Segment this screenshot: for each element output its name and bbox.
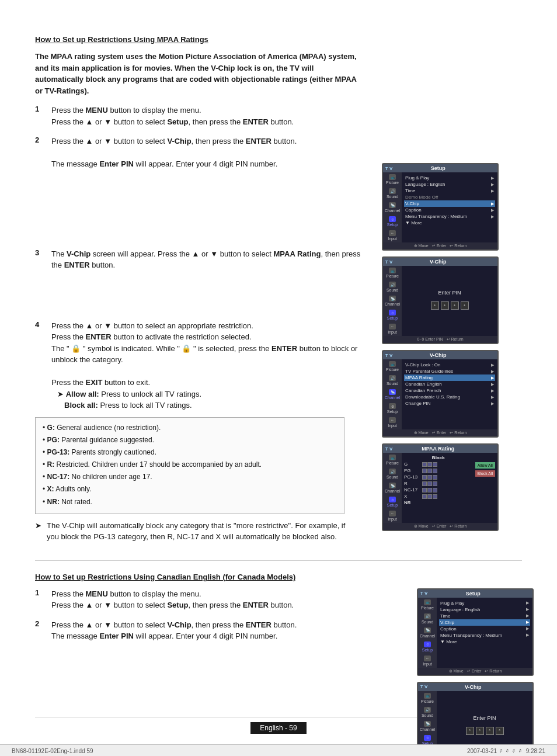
tv-title-bar-pin-2: T V V-Chip bbox=[418, 683, 532, 691]
page-container: How to Set up Restrictions Using MPAA Ra… bbox=[0, 0, 557, 756]
s2-step1-enter: ENTER bbox=[243, 601, 269, 609]
tv-content-setup: Plug & Play▶ Language : English▶ Time▶ D… bbox=[402, 172, 497, 242]
step-1-bold-enter: ENTER bbox=[243, 117, 269, 126]
tv-title-bar-pin: T V V-Chip bbox=[383, 258, 497, 266]
note-paragraph: The V-Chip will automatically block any … bbox=[35, 520, 353, 543]
pin-box-2-1: * bbox=[466, 727, 474, 735]
pin-box-2: * bbox=[441, 301, 449, 310]
tv-menu-title-vchip: V-Chip bbox=[430, 352, 447, 358]
step-4: 4 Press the ▲ or ▼ button to select an a… bbox=[35, 320, 362, 411]
section2-step-1: 1 Press the MENU button to display the m… bbox=[35, 588, 362, 611]
sidebar-picture-s2: 📺 Picture bbox=[419, 599, 436, 610]
tv-screen-vchip-menu: T V V-Chip 📺 Picture 🔊 Sound bbox=[382, 350, 499, 438]
sidebar-sound-2: 🔊 Sound bbox=[384, 282, 401, 292]
pin-box-1: * bbox=[431, 301, 439, 310]
tv-screen-mpaa: T V MPAA Rating 📺 Picture 🔊 Sound bbox=[382, 443, 499, 531]
tv-title-bar-vchip: T V V-Chip bbox=[383, 351, 497, 359]
block-pg-1 bbox=[422, 469, 427, 473]
sidebar-picture-2: 📺 Picture bbox=[384, 268, 401, 278]
picture-icon-3: 📺 bbox=[389, 361, 396, 367]
block-nc17-2 bbox=[427, 488, 432, 493]
tv-footer-mpaa: ⊕ Move ↵ Enter ↩ Return bbox=[383, 523, 497, 530]
step-2-content: Press the ▲ or ▼ button to select V-Chip… bbox=[51, 136, 297, 170]
s2-menu-language: Language : English▶ bbox=[439, 606, 530, 613]
block-all-btn[interactable]: Block All bbox=[475, 470, 495, 477]
footer-left: BN68-01192E-02Eng-1.indd 59 bbox=[12, 748, 93, 754]
sidebar-input-2: ↔ Input bbox=[384, 324, 401, 334]
sound-icon: 🔊 bbox=[389, 188, 396, 194]
input-icon-2: ↔ bbox=[389, 324, 396, 330]
block-header: Block bbox=[404, 455, 473, 460]
tv-label-vchip: T V bbox=[385, 353, 392, 358]
setup-icon: ⚙ bbox=[389, 216, 396, 222]
tv-body-setup-2: 📺 Picture 🔊 Sound 📡 Channel bbox=[418, 598, 532, 668]
mpaa-row-x: X bbox=[404, 494, 473, 499]
picture-icon-2: 📺 bbox=[389, 268, 396, 273]
tv-sidebar-vchip: 📺 Picture 🔊 Sound 📡 Channel ⚙ bbox=[383, 359, 402, 429]
mpaa-row-nc17: NC-17 bbox=[404, 487, 473, 493]
menu-mpaa-selected: MPAA Rating▶ bbox=[404, 374, 495, 381]
menu-language: Language : English▶ bbox=[404, 181, 495, 188]
tv-content-setup-2: Plug & Play▶ Language : English▶ Time▶ V… bbox=[437, 598, 532, 668]
tv-sidebar-setup-2: 📺 Picture 🔊 Sound 📡 Channel bbox=[418, 598, 437, 668]
channel-icon: 📡 bbox=[389, 202, 396, 208]
picture-icon-s2: 📺 bbox=[424, 599, 431, 605]
step-3: 3 The V-Chip screen will appear. Press t… bbox=[35, 248, 362, 271]
step-3-num: 3 bbox=[35, 248, 47, 271]
tv-footer-setup-2: ⊕ Move ↵ Enter ↩ Return bbox=[418, 668, 532, 675]
s2-step2-enter: ENTER bbox=[246, 620, 271, 629]
s2-menu-transparency: Menu Transparency : Medium▶ bbox=[439, 632, 530, 639]
tv-body-vchip: 📺 Picture 🔊 Sound 📡 Channel ⚙ bbox=[383, 359, 497, 429]
tv-label-setup-2: T V bbox=[420, 591, 427, 596]
mpaa-row-r: R bbox=[404, 481, 473, 486]
block-x-1 bbox=[422, 494, 427, 499]
step-1-bold-setup: Setup bbox=[167, 117, 188, 126]
pin-boxes-2: * * * * bbox=[466, 727, 504, 735]
info-x: • X: Adults only. bbox=[43, 484, 337, 495]
block-pg13-2 bbox=[427, 475, 432, 480]
block-pg-2 bbox=[427, 469, 432, 473]
s2-menu-vchip: V-Chip▶ bbox=[439, 619, 530, 626]
step-3-bold-vchip: V-Chip bbox=[67, 249, 90, 258]
sidebar-picture-4: 📺 Picture bbox=[384, 455, 401, 465]
menu-tv-parental: TV Parental Guidelines▶ bbox=[404, 368, 495, 374]
step-1: 1 Press the MENU button to display the m… bbox=[35, 105, 362, 127]
sound-icon-4: 🔊 bbox=[389, 469, 396, 474]
tv-body-pin: 📺 Picture 🔊 Sound 📡 Channel ⚙ bbox=[383, 266, 497, 336]
section2-step-1-content: Press the MENU button to display the men… bbox=[51, 588, 294, 611]
allow-all-btn[interactable]: Allow All bbox=[475, 462, 495, 469]
section2-step-2-num: 2 bbox=[35, 619, 47, 642]
info-nr: • NR: Not rated. bbox=[43, 497, 337, 508]
section2-step-1-num: 1 bbox=[35, 588, 47, 611]
tv-screen-setup: T V Setup 📺 Picture 🔊 Sound bbox=[382, 163, 499, 251]
sound-icon-3: 🔊 bbox=[389, 375, 396, 381]
pin-box-2-2: * bbox=[476, 727, 484, 735]
info-pg: • PG: Parental guidance suggested. bbox=[43, 435, 337, 446]
sidebar-sound: 🔊 Sound bbox=[384, 188, 401, 199]
channel-icon-2: 📡 bbox=[389, 296, 396, 301]
step-2-bold-vchip: V-Chip bbox=[167, 137, 191, 145]
section2-step-2: 2 Press the ▲ or ▼ button to select V-Ch… bbox=[35, 619, 362, 642]
tv-body-setup: 📺 Picture 🔊 Sound 📡 Channel ⚙ bbox=[383, 172, 497, 242]
s2-step1-menu: MENU bbox=[86, 589, 108, 598]
block-g-1 bbox=[422, 462, 427, 467]
ratings-info-box: • G: General audience (no restriction). … bbox=[35, 417, 344, 514]
mpaa-row-nr: NR bbox=[404, 500, 473, 505]
picture-icon-4: 📺 bbox=[389, 455, 396, 460]
pin-box-4: * bbox=[461, 301, 469, 310]
step-3-bold-enter: ENTER bbox=[64, 261, 90, 269]
step-1-bold-menu: MENU bbox=[86, 106, 108, 115]
enter-pin-label-2: Enter PIN bbox=[473, 715, 496, 721]
step-2-bold-pin: Enter PIN bbox=[99, 159, 134, 168]
block-g-3 bbox=[433, 462, 437, 467]
tv-screen-vchip-pin: T V V-Chip 📺 Picture 🔊 Sound bbox=[382, 256, 499, 344]
menu-caption: Caption▶ bbox=[404, 207, 495, 213]
channel-icon-p2: 📡 bbox=[424, 721, 431, 727]
sidebar-sound-4: 🔊 Sound bbox=[384, 469, 401, 479]
menu-canadian-english: Canadian English▶ bbox=[404, 381, 495, 387]
menu-time: Time▶ bbox=[404, 188, 495, 194]
menu-plug-play: Plug & Play▶ bbox=[404, 175, 495, 181]
step-2-bold-enter: ENTER bbox=[246, 137, 271, 145]
enter-pin-label: Enter PIN bbox=[438, 290, 461, 296]
sidebar-sound-3: 🔊 Sound bbox=[384, 375, 401, 386]
